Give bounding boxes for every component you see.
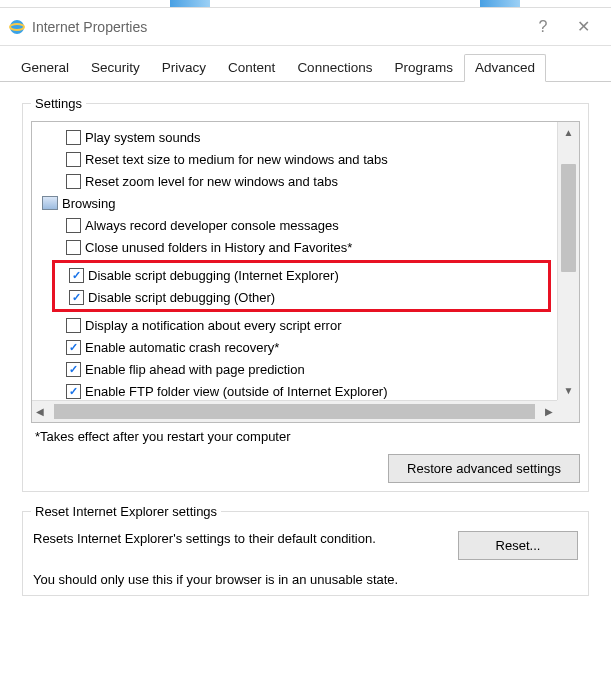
tab-general[interactable]: General bbox=[10, 54, 80, 82]
scroll-up-icon[interactable]: ▲ bbox=[558, 122, 579, 142]
category-label: Browsing bbox=[62, 196, 115, 211]
setting-item[interactable]: Enable flip ahead with page prediction bbox=[42, 358, 551, 380]
scroll-thumb-horizontal[interactable] bbox=[54, 404, 535, 419]
tab-connections[interactable]: Connections bbox=[286, 54, 383, 82]
tab-advanced[interactable]: Advanced bbox=[464, 54, 546, 82]
help-button[interactable]: ? bbox=[523, 11, 563, 43]
tab-content[interactable]: Content bbox=[217, 54, 286, 82]
settings-group: Settings Play system soundsReset text si… bbox=[22, 96, 589, 492]
setting-item[interactable]: Close unused folders in History and Favo… bbox=[42, 236, 551, 258]
restore-advanced-button[interactable]: Restore advanced settings bbox=[388, 454, 580, 483]
titlebar: Internet Properties ? ✕ bbox=[0, 8, 611, 46]
tab-content: Settings Play system soundsReset text si… bbox=[0, 82, 611, 618]
window-title: Internet Properties bbox=[32, 19, 523, 35]
setting-item[interactable]: Display a notification about every scrip… bbox=[42, 314, 551, 336]
window-fragment-top bbox=[0, 0, 611, 8]
checkbox[interactable] bbox=[69, 268, 84, 283]
settings-tree: Play system soundsReset text size to med… bbox=[31, 121, 580, 423]
setting-label: Enable automatic crash recovery* bbox=[85, 340, 279, 355]
setting-label: Disable script debugging (Internet Explo… bbox=[88, 268, 339, 283]
reset-group: Reset Internet Explorer settings Resets … bbox=[22, 504, 589, 596]
scroll-thumb-vertical[interactable] bbox=[561, 164, 576, 272]
setting-label: Close unused folders in History and Favo… bbox=[85, 240, 352, 255]
setting-item[interactable]: Reset zoom level for new windows and tab… bbox=[42, 170, 551, 192]
svg-point-0 bbox=[10, 20, 24, 34]
setting-label: Disable script debugging (Other) bbox=[88, 290, 275, 305]
checkbox[interactable] bbox=[69, 290, 84, 305]
setting-item[interactable]: Reset text size to medium for new window… bbox=[42, 148, 551, 170]
setting-item[interactable]: Enable automatic crash recovery* bbox=[42, 336, 551, 358]
checkbox[interactable] bbox=[66, 384, 81, 399]
setting-label: Always record developer console messages bbox=[85, 218, 339, 233]
setting-label: Reset zoom level for new windows and tab… bbox=[85, 174, 338, 189]
checkbox[interactable] bbox=[66, 318, 81, 333]
highlight-callout: Disable script debugging (Internet Explo… bbox=[52, 260, 551, 312]
checkbox[interactable] bbox=[66, 174, 81, 189]
checkbox[interactable] bbox=[66, 218, 81, 233]
checkbox[interactable] bbox=[66, 152, 81, 167]
tree-scrollarea[interactable]: Play system soundsReset text size to med… bbox=[32, 122, 557, 400]
reset-button[interactable]: Reset... bbox=[458, 531, 578, 560]
scroll-corner bbox=[557, 400, 579, 422]
reset-legend: Reset Internet Explorer settings bbox=[31, 504, 221, 519]
setting-item[interactable]: Disable script debugging (Internet Explo… bbox=[57, 264, 546, 286]
tab-privacy[interactable]: Privacy bbox=[151, 54, 217, 82]
reset-warning: You should only use this if your browser… bbox=[33, 572, 578, 587]
checkbox[interactable] bbox=[66, 340, 81, 355]
scroll-down-icon[interactable]: ▼ bbox=[558, 380, 579, 400]
ie-icon bbox=[8, 18, 26, 36]
tab-security[interactable]: Security bbox=[80, 54, 151, 82]
reset-description: Resets Internet Explorer's settings to t… bbox=[33, 531, 428, 546]
setting-item[interactable]: Disable script debugging (Other) bbox=[57, 286, 546, 308]
setting-label: Enable flip ahead with page prediction bbox=[85, 362, 305, 377]
category-browsing[interactable]: Browsing bbox=[42, 192, 551, 214]
tab-programs[interactable]: Programs bbox=[383, 54, 464, 82]
scroll-left-icon[interactable]: ◀ bbox=[36, 406, 44, 417]
vertical-scrollbar[interactable]: ▲ ▼ bbox=[557, 122, 579, 400]
setting-label: Play system sounds bbox=[85, 130, 201, 145]
tabs-row: GeneralSecurityPrivacyContentConnections… bbox=[0, 46, 611, 82]
checkbox[interactable] bbox=[66, 130, 81, 145]
settings-legend: Settings bbox=[31, 96, 86, 111]
setting-item[interactable]: Enable FTP folder view (outside of Inter… bbox=[42, 380, 551, 400]
checkbox[interactable] bbox=[66, 362, 81, 377]
category-icon bbox=[42, 196, 58, 210]
horizontal-scrollbar[interactable]: ◀ ▶ bbox=[32, 400, 557, 422]
setting-label: Reset text size to medium for new window… bbox=[85, 152, 388, 167]
close-button[interactable]: ✕ bbox=[563, 11, 603, 43]
setting-item[interactable]: Always record developer console messages bbox=[42, 214, 551, 236]
restart-note: *Takes effect after you restart your com… bbox=[35, 429, 580, 444]
setting-label: Display a notification about every scrip… bbox=[85, 318, 342, 333]
scroll-right-icon[interactable]: ▶ bbox=[545, 406, 553, 417]
checkbox[interactable] bbox=[66, 240, 81, 255]
setting-item[interactable]: Play system sounds bbox=[42, 126, 551, 148]
setting-label: Enable FTP folder view (outside of Inter… bbox=[85, 384, 388, 399]
